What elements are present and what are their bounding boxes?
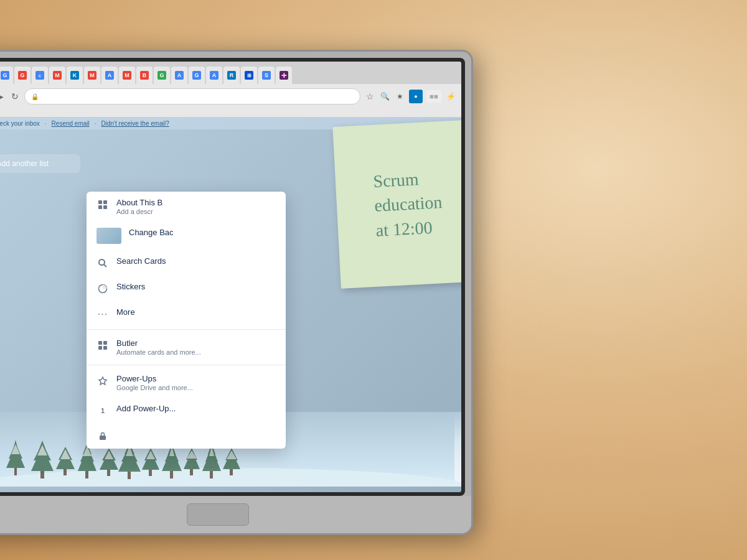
tab-slack[interactable]: ✛ xyxy=(276,67,292,84)
extension-icon3[interactable]: ● xyxy=(409,90,423,103)
favicon-ga2: A xyxy=(175,71,184,80)
favicon-s: S xyxy=(262,71,271,80)
stickers-text: Stickers xyxy=(116,282,276,291)
svg-rect-30 xyxy=(170,471,173,478)
dropdown-item-stickers[interactable]: Stickers xyxy=(87,276,286,301)
no-email-link[interactable]: Didn't receive the email? xyxy=(101,120,169,127)
powerups-text: Power-Ups Google Drive and more... xyxy=(116,374,276,391)
dropdown-item-lock[interactable] xyxy=(87,423,286,449)
butler-menu-icon xyxy=(96,339,109,352)
svg-rect-26 xyxy=(149,470,152,476)
divider-2 xyxy=(87,365,286,365)
favicon-c: c xyxy=(35,71,44,80)
tab-s[interactable]: S xyxy=(258,67,275,84)
favicon-g2: G xyxy=(1,71,9,80)
add-powerup-icon: 1 xyxy=(96,404,109,417)
tab-mb[interactable]: M xyxy=(119,67,135,84)
dropdown-item-more[interactable]: ··· More xyxy=(87,301,286,327)
tab-ga[interactable]: G xyxy=(154,67,170,84)
laptop-bottom xyxy=(0,496,471,533)
favicon-a1: A xyxy=(105,71,114,80)
dropdown-item-change-bg[interactable]: Change Bac xyxy=(87,222,286,250)
svg-rect-40 xyxy=(230,469,233,475)
tab-c[interactable]: c xyxy=(32,67,48,84)
stickers-icon xyxy=(96,282,109,295)
svg-rect-37 xyxy=(210,471,213,478)
change-bg-title: Change Bac xyxy=(129,228,276,237)
about-icon xyxy=(96,198,109,211)
dropdown-menu: About This B Add a descr Change Bac xyxy=(87,192,286,449)
browser-chrome: G G G c M K xyxy=(0,62,461,118)
reload-icon[interactable]: ↻ xyxy=(9,91,21,102)
stickers-title: Stickers xyxy=(116,282,276,291)
tab-mb2[interactable]: B xyxy=(136,67,153,84)
favicon-ga: G xyxy=(157,71,166,80)
svg-rect-12 xyxy=(63,469,67,475)
screen-bezel: G G G c M K xyxy=(0,58,465,496)
tab-m2[interactable]: M xyxy=(84,67,100,84)
svg-marker-63 xyxy=(99,377,106,385)
svg-rect-33 xyxy=(190,469,193,475)
powerups-icon xyxy=(96,375,109,387)
bg-thumbnail xyxy=(96,228,121,244)
tab-ga2[interactable]: A xyxy=(171,67,187,84)
favicon-r: R xyxy=(227,71,236,80)
add-list-label: + Add another list xyxy=(0,159,49,168)
favicon-ga4: A xyxy=(210,71,218,80)
address-input[interactable]: 🔒 xyxy=(24,88,360,105)
dropdown-item-about[interactable]: About This B Add a descr xyxy=(87,192,286,222)
tab-ga3[interactable]: G xyxy=(189,67,205,84)
screen-content: G G G c M K xyxy=(0,62,461,492)
tab-g3[interactable]: G xyxy=(14,67,31,84)
address-bar-row: ◀ ▶ ↻ 🔒 ☆ 🔍 ★ ● ⊞⊞ ⚡ xyxy=(0,84,461,109)
powerups-title: Power-Ups xyxy=(116,374,276,383)
trello-board-area: ⊞ Butler + Add another list K risk A E xyxy=(0,129,461,487)
tab-a1[interactable]: A xyxy=(101,67,118,84)
about-text: About This B Add a descr xyxy=(116,198,276,215)
extension-icon2[interactable]: ★ xyxy=(394,91,405,102)
tab-k[interactable]: K xyxy=(67,67,83,84)
tab-g2[interactable]: G xyxy=(0,67,13,84)
tab-r[interactable]: R xyxy=(223,67,240,84)
svg-rect-53 xyxy=(103,200,107,204)
divider-1 xyxy=(87,329,286,330)
bookmark-icon[interactable]: ☆ xyxy=(364,91,375,102)
favicon-k: K xyxy=(70,71,79,80)
dropdown-item-powerups[interactable]: Power-Ups Google Drive and more... xyxy=(87,368,286,398)
laptop-frame: G G G c M K xyxy=(0,50,473,535)
svg-rect-9 xyxy=(40,471,44,478)
sticky-note-text: Scrum education at 12:00 xyxy=(373,166,444,242)
change-bg-text: Change Bac xyxy=(129,228,276,237)
dropdown-item-search[interactable]: Search Cards xyxy=(87,250,286,276)
add-list-area[interactable]: + Add another list xyxy=(0,154,80,173)
svg-rect-61 xyxy=(98,346,102,350)
svg-rect-60 xyxy=(103,341,107,345)
extension-icon5[interactable]: ⚡ xyxy=(445,91,456,102)
extension-icon4[interactable]: ⊞⊞ xyxy=(426,90,441,103)
favicon-g3: G xyxy=(18,71,27,80)
dropdown-item-add-powerup[interactable]: 1 Add Power-Up... xyxy=(87,398,286,423)
add-powerup-title: Add Power-Up... xyxy=(116,404,276,413)
tab-m1[interactable]: M xyxy=(49,67,65,84)
extension-icon1[interactable]: 🔍 xyxy=(379,91,390,102)
search-icon xyxy=(96,257,109,269)
svg-rect-19 xyxy=(107,470,110,476)
trackpad xyxy=(187,503,249,526)
svg-rect-5 xyxy=(14,468,17,475)
butler-menu-title: Butler xyxy=(116,338,276,348)
svg-rect-16 xyxy=(85,471,88,478)
favicon-m2: M xyxy=(88,71,96,80)
tab-trello[interactable]: ⊞ xyxy=(241,67,257,84)
resend-link[interactable]: Resend email xyxy=(52,120,90,127)
favicon-mb2: B xyxy=(140,71,149,80)
dropdown-item-butler[interactable]: Butler Automate cards and more... xyxy=(87,332,286,362)
add-powerup-text: Add Power-Up... xyxy=(116,404,276,413)
forward-icon[interactable]: ▶ xyxy=(0,91,6,102)
svg-rect-52 xyxy=(98,200,102,204)
powerups-subtitle: Google Drive and more... xyxy=(116,384,276,391)
svg-rect-62 xyxy=(103,346,107,350)
tab-ga4[interactable]: A xyxy=(206,67,222,84)
sticky-note: Scrum education at 12:00 xyxy=(332,119,461,289)
about-title: About This B xyxy=(116,198,276,207)
butler-text: Butler Automate cards and more... xyxy=(116,338,276,356)
